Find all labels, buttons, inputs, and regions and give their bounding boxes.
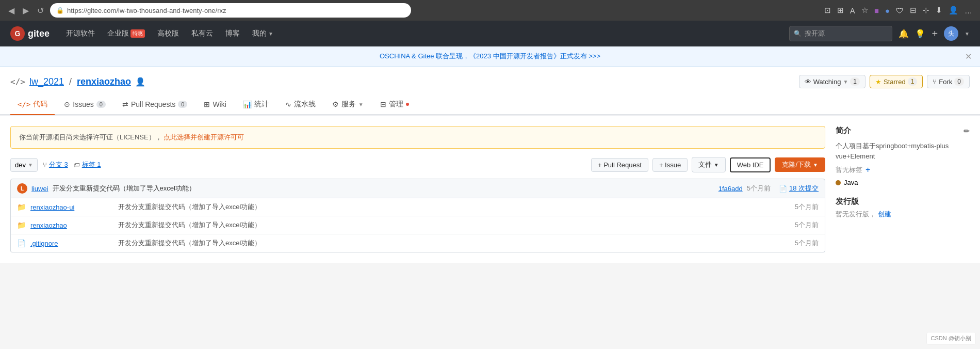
bookmark2-icon[interactable]: ⊹ xyxy=(921,4,931,17)
repo-owner-link[interactable]: lw_2021 xyxy=(29,76,64,87)
bookmark-icon[interactable]: ☆ xyxy=(860,4,870,17)
sidebar-edit-icon[interactable]: ✏ xyxy=(963,127,970,135)
tab-pullrequests[interactable]: ⇄ Pull Requests 0 xyxy=(115,95,195,115)
repo-main: 你当前开源项目尚未选择许可证（LICENSE）， 点此选择并创建开源许可可 de… xyxy=(10,126,825,252)
browser-toolbar: ⊡ ⊞ A ☆ ■ ● 🛡 ⊟ ⊹ ⬇ 👤 … xyxy=(823,4,974,17)
repo-name-link[interactable]: renxiaozhao xyxy=(77,76,131,87)
table-row: 📁 renxiaozhao-ui 开发分支重新提交代码（增加了导入excel功能… xyxy=(11,198,825,216)
tag-count-link[interactable]: 标签 1 xyxy=(82,160,101,169)
fork-button[interactable]: ⑂ Fork 0 xyxy=(927,75,970,88)
tab-search-icon[interactable]: ⊞ xyxy=(836,4,845,17)
repo-separator: / xyxy=(69,76,72,87)
plus-icon[interactable]: + xyxy=(932,28,938,40)
refresh-button[interactable]: ↺ xyxy=(35,4,46,18)
commit-count: 📄 18 次提交 xyxy=(779,184,819,193)
clone-button[interactable]: 克隆/下载 ▼ xyxy=(775,157,825,172)
font-icon[interactable]: A xyxy=(848,5,857,17)
banner-text: OSCHINA & Gitee 联合呈现，《2023 中国开源开发者报告》正式发… xyxy=(380,52,600,60)
logo-icon: G xyxy=(10,26,25,41)
tab-pr-label: Pull Requests xyxy=(131,100,175,108)
nav-item-opensource[interactable]: 开源软件 xyxy=(60,21,101,46)
file-name-2[interactable]: renxiaozhao xyxy=(30,221,113,229)
webide-button[interactable]: Web IDE xyxy=(730,157,771,172)
sidebar-intro-title: 简介 ✏ xyxy=(836,126,970,136)
tab-code[interactable]: </> 代码 xyxy=(10,94,55,115)
stats-icon: 📊 xyxy=(243,100,252,108)
gitee-logo[interactable]: G gitee xyxy=(10,26,50,41)
file-commit-1: 开发分支重新提交代码（增加了导入excel功能） xyxy=(118,202,790,212)
branch-select[interactable]: dev ▼ xyxy=(10,158,38,172)
tab-manage[interactable]: ⊟ 管理 xyxy=(373,94,416,115)
tab-pipeline[interactable]: ∿ 流水线 xyxy=(278,94,323,115)
tab-code-label: 代码 xyxy=(33,100,47,109)
download-icon[interactable]: ⬇ xyxy=(934,4,944,17)
branch-bar: dev ▼ ⑂ 分支 3 🏷 标签 1 + Pull Request + Iss… xyxy=(10,157,825,172)
enterprise-badge: 特惠 xyxy=(130,29,145,38)
sidebar-language: Java xyxy=(836,179,970,186)
issue-button[interactable]: + Issue xyxy=(652,158,688,172)
license-link[interactable]: 点此选择并创建开源许可可 xyxy=(164,133,244,141)
file-table: 📁 renxiaozhao-ui 开发分支重新提交代码（增加了导入excel功能… xyxy=(10,198,825,252)
shield-icon[interactable]: 🛡 xyxy=(894,5,905,17)
pull-request-button[interactable]: + Pull Request xyxy=(591,158,648,172)
branch-name: dev xyxy=(15,161,26,169)
manage-icon: ⊟ xyxy=(380,100,386,108)
file-name-3[interactable]: .gitignore xyxy=(30,240,113,247)
commit-hash-link[interactable]: 1fa6add xyxy=(718,185,743,193)
watching-arrow: ▼ xyxy=(843,79,848,85)
starred-button[interactable]: ★ Starred 1 xyxy=(870,75,923,88)
watching-button[interactable]: 👁 Watching ▼ 1 xyxy=(799,75,865,88)
watching-label: Watching xyxy=(813,78,841,86)
split-icon[interactable]: ⊟ xyxy=(908,4,918,17)
sidebar-release-section: 发行版 暂无发行版， 创建 xyxy=(836,197,970,219)
release-create-link[interactable]: 创建 xyxy=(878,210,891,218)
tags-label: 暂无标签 xyxy=(836,165,862,174)
star-icon: ★ xyxy=(875,78,881,86)
cast-icon[interactable]: ⊡ xyxy=(823,4,832,17)
manage-dot xyxy=(406,103,409,106)
commit-count-icon: 📄 xyxy=(779,185,787,193)
nav-item-blog[interactable]: 博客 xyxy=(219,21,246,46)
tab-issues[interactable]: ⊙ Issues 0 xyxy=(57,95,113,115)
fork-icon: ⑂ xyxy=(933,78,937,86)
wiki-icon: ⊞ xyxy=(204,100,210,108)
file-button[interactable]: 文件 ▼ xyxy=(692,157,726,172)
profile-icon[interactable]: 👤 xyxy=(947,4,960,17)
more-icon[interactable]: … xyxy=(963,5,974,17)
lamp-icon[interactable]: 💡 xyxy=(915,29,925,39)
banner-link[interactable]: OSCHINA & Gitee 联合呈现，《2023 中国开源开发者报告》正式发… xyxy=(380,52,600,60)
nav-item-private[interactable]: 私有云 xyxy=(185,21,219,46)
sidebar-intro-section: 简介 ✏ 个人项目基于springboot+mybatis-plus vue+E… xyxy=(836,126,970,186)
extension-icon2[interactable]: ● xyxy=(884,5,891,17)
commit-count-link[interactable]: 18 次提交 xyxy=(789,184,819,193)
tab-wiki[interactable]: ⊞ Wiki xyxy=(197,95,233,115)
add-tag-icon[interactable]: + xyxy=(865,165,870,174)
tab-stats[interactable]: 📊 统计 xyxy=(236,94,276,115)
nav-item-enterprise[interactable]: 企业版 特惠 xyxy=(101,21,151,46)
branch-count-link[interactable]: 分支 3 xyxy=(49,160,68,169)
file-name-1[interactable]: renxiaozhao-ui xyxy=(30,203,113,211)
fork-count: 0 xyxy=(954,77,964,86)
nav-item-mine[interactable]: 我的 ▼ xyxy=(246,21,280,46)
nav-item-university[interactable]: 高校版 xyxy=(151,21,185,46)
forward-button[interactable]: ▶ xyxy=(21,4,31,18)
address-bar[interactable]: 🔒 https://gitee.com/lw-two-thousand-and-… xyxy=(50,3,411,18)
tab-services[interactable]: ⚙ 服务 ▼ xyxy=(325,94,371,115)
extension-icon1[interactable]: ■ xyxy=(873,5,880,17)
license-notice: 你当前开源项目尚未选择许可证（LICENSE）， 点此选择并创建开源许可可 xyxy=(10,126,825,149)
tab-issues-label: Issues xyxy=(73,100,93,108)
pipeline-icon: ∿ xyxy=(285,100,291,108)
file-icon-3: 📄 xyxy=(17,239,25,247)
back-button[interactable]: ◀ xyxy=(6,4,17,18)
commit-author-link[interactable]: liuwei xyxy=(31,185,48,193)
nav-avatar[interactable]: 头 xyxy=(944,26,958,41)
search-placeholder: 搜开源 xyxy=(805,29,825,38)
repo-tabs: </> 代码 ⊙ Issues 0 ⇄ Pull Requests 0 ⊞ Wi… xyxy=(0,94,980,115)
nav-search[interactable]: 🔍 搜开源 xyxy=(789,26,892,41)
file-commit-2: 开发分支重新提交代码（增加了导入excel功能） xyxy=(118,220,790,230)
branch-arrow: ▼ xyxy=(28,162,33,168)
repo-actions: 👁 Watching ▼ 1 ★ Starred 1 ⑂ Fork 0 xyxy=(799,75,970,88)
bell-icon[interactable]: 🔔 xyxy=(899,29,909,39)
avatar-arrow: ▼ xyxy=(965,31,970,37)
banner-close-button[interactable]: ✕ xyxy=(965,52,972,61)
